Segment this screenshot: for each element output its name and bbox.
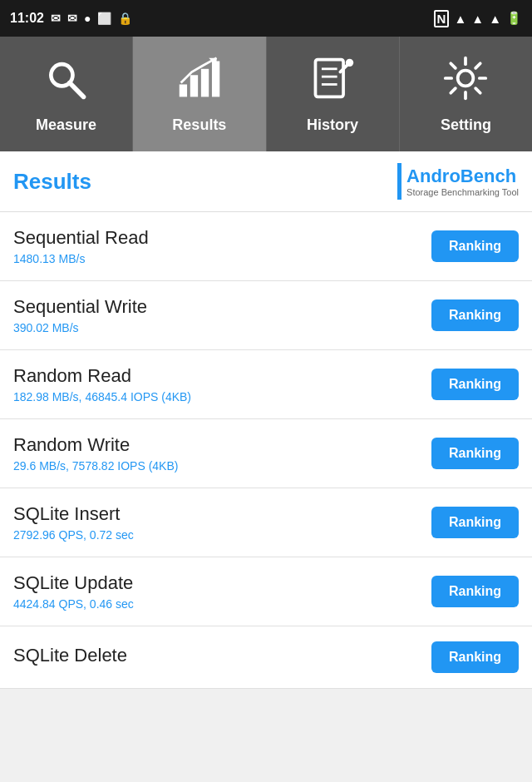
logo-text: AndroBench Storage Benchmarking Tool bbox=[406, 166, 519, 197]
svg-rect-7 bbox=[316, 59, 344, 97]
status-right: N ▲ ▲ ▲ 🔋 bbox=[434, 10, 522, 27]
svg-rect-3 bbox=[190, 75, 198, 97]
svg-rect-4 bbox=[201, 68, 209, 97]
results-list: Sequential Read 1480.13 MB/s Ranking Seq… bbox=[0, 212, 532, 689]
status-time: 11:02 bbox=[10, 11, 44, 26]
status-bar: 11:02 ✉ ✉ ● ⬜ 🔒 N ▲ ▲ ▲ 🔋 bbox=[0, 0, 532, 37]
svg-line-21 bbox=[451, 88, 456, 93]
results-icon bbox=[176, 55, 223, 108]
result-name-sequential-write: Sequential Write bbox=[13, 296, 431, 318]
result-info-sqlite-insert: SQLite Insert 2792.96 QPS, 0.72 sec bbox=[13, 503, 431, 542]
result-name-sqlite-insert: SQLite Insert bbox=[13, 503, 431, 525]
tab-results-label: Results bbox=[172, 116, 226, 134]
result-info-sequential-write: Sequential Write 390.02 MB/s bbox=[13, 296, 431, 334]
svg-rect-5 bbox=[212, 61, 219, 97]
wifi-icon: ▲ bbox=[454, 12, 466, 26]
history-icon bbox=[309, 55, 356, 108]
setting-icon bbox=[442, 55, 489, 108]
tab-bar: Measure Results Histor bbox=[0, 37, 532, 151]
logo-name: AndroBench bbox=[406, 166, 516, 187]
tab-setting-label: Setting bbox=[441, 116, 491, 134]
info-icon: ● bbox=[84, 12, 91, 25]
tab-results[interactable]: Results bbox=[133, 37, 266, 151]
androbench-logo: AndroBench Storage Benchmarking Tool bbox=[397, 163, 519, 200]
result-info-sqlite-update: SQLite Update 4424.84 QPS, 0.46 sec bbox=[13, 572, 431, 611]
result-name-sequential-read: Sequential Read bbox=[13, 227, 431, 249]
result-info-random-write: Random Write 29.6 MB/s, 7578.82 IOPS (4K… bbox=[13, 434, 431, 473]
email-icon-1: ✉ bbox=[51, 12, 61, 25]
ranking-btn-random-read[interactable]: Ranking bbox=[431, 369, 519, 400]
result-row-random-read: Random Read 182.98 MB/s, 46845.4 IOPS (4… bbox=[0, 350, 532, 419]
svg-point-13 bbox=[458, 70, 474, 86]
result-row-sequential-write: Sequential Write 390.02 MB/s Ranking bbox=[0, 281, 532, 350]
svg-rect-2 bbox=[180, 84, 187, 97]
svg-line-1 bbox=[69, 82, 83, 97]
result-row-random-write: Random Write 29.6 MB/s, 7578.82 IOPS (4K… bbox=[0, 419, 532, 488]
tab-history[interactable]: History bbox=[267, 37, 400, 151]
ranking-btn-sqlite-delete[interactable]: Ranking bbox=[431, 641, 519, 673]
result-value-random-write: 29.6 MB/s, 7578.82 IOPS (4KB) bbox=[13, 459, 431, 473]
result-info-sqlite-delete: SQLite Delete bbox=[13, 645, 431, 670]
result-name-random-write: Random Write bbox=[13, 434, 431, 456]
result-value-sequential-write: 390.02 MB/s bbox=[13, 321, 431, 334]
ranking-btn-sequential-read[interactable]: Ranking bbox=[431, 230, 519, 262]
result-value-sqlite-update: 4424.84 QPS, 0.46 sec bbox=[13, 597, 431, 611]
battery-icon: 🔋 bbox=[506, 11, 522, 26]
status-left: 11:02 ✉ ✉ ● ⬜ 🔒 bbox=[10, 11, 132, 26]
logo-andro: Andro bbox=[406, 166, 461, 186]
nfc-icon: N bbox=[434, 10, 450, 27]
tab-measure[interactable]: Measure bbox=[0, 37, 133, 151]
svg-line-20 bbox=[476, 63, 481, 68]
result-name-random-read: Random Read bbox=[13, 365, 431, 387]
results-title: Results bbox=[13, 169, 91, 195]
result-value-sequential-read: 1480.13 MB/s bbox=[13, 252, 431, 265]
svg-point-12 bbox=[346, 58, 353, 66]
logo-accent-bar bbox=[397, 163, 401, 200]
ranking-btn-random-write[interactable]: Ranking bbox=[431, 438, 519, 469]
tab-history-label: History bbox=[307, 116, 358, 134]
result-row-sqlite-update: SQLite Update 4424.84 QPS, 0.46 sec Rank… bbox=[0, 557, 532, 626]
result-value-sqlite-insert: 2792.96 QPS, 0.72 sec bbox=[13, 528, 431, 542]
logo-bench: Bench bbox=[461, 166, 516, 186]
svg-line-19 bbox=[476, 88, 481, 93]
lock-icon: 🔒 bbox=[118, 12, 132, 25]
copy-icon: ⬜ bbox=[97, 12, 111, 25]
email-icon-2: ✉ bbox=[67, 12, 77, 25]
result-info-random-read: Random Read 182.98 MB/s, 46845.4 IOPS (4… bbox=[13, 365, 431, 403]
logo-subtitle: Storage Benchmarking Tool bbox=[406, 187, 519, 197]
measure-icon bbox=[43, 55, 90, 108]
result-name-sqlite-update: SQLite Update bbox=[13, 572, 431, 594]
result-value-random-read: 182.98 MB/s, 46845.4 IOPS (4KB) bbox=[13, 390, 431, 403]
result-row-sequential-read: Sequential Read 1480.13 MB/s Ranking bbox=[0, 212, 532, 281]
signal-icon-1: ▲ bbox=[471, 12, 484, 26]
ranking-btn-sqlite-insert[interactable]: Ranking bbox=[431, 507, 519, 538]
results-header: Results AndroBench Storage Benchmarking … bbox=[0, 151, 532, 212]
result-name-sqlite-delete: SQLite Delete bbox=[13, 645, 431, 666]
ranking-btn-sequential-write[interactable]: Ranking bbox=[431, 299, 519, 331]
signal-icon-2: ▲ bbox=[489, 12, 501, 26]
svg-line-18 bbox=[451, 63, 456, 68]
tab-measure-label: Measure bbox=[36, 116, 96, 134]
result-row-sqlite-delete: SQLite Delete Ranking bbox=[0, 626, 532, 689]
ranking-btn-sqlite-update[interactable]: Ranking bbox=[431, 576, 519, 607]
tab-setting[interactable]: Setting bbox=[400, 37, 532, 151]
result-info-sequential-read: Sequential Read 1480.13 MB/s bbox=[13, 227, 431, 265]
result-row-sqlite-insert: SQLite Insert 2792.96 QPS, 0.72 sec Rank… bbox=[0, 488, 532, 557]
